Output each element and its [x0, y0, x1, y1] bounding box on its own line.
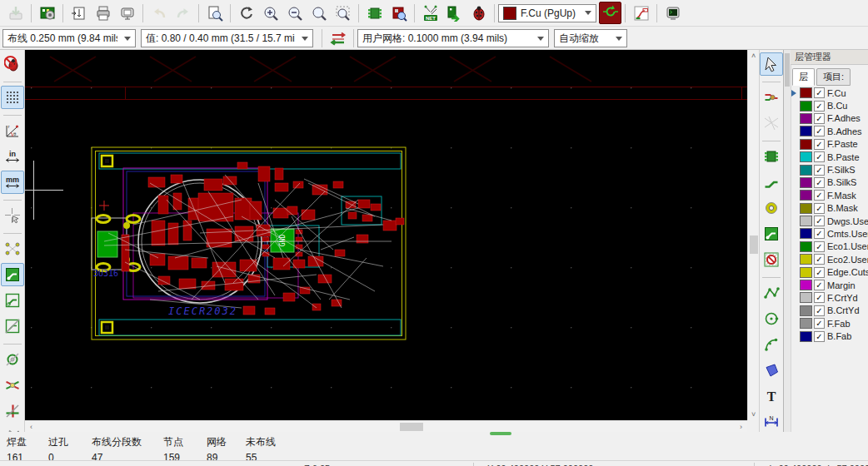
find-button[interactable] — [202, 1, 227, 25]
add-circle-button[interactable] — [760, 307, 783, 330]
pcb-canvas[interactable]: GND — [25, 50, 747, 420]
show-zones-outline-button[interactable] — [1, 289, 24, 312]
layer-color-swatch[interactable] — [800, 151, 812, 162]
layer-color-swatch[interactable] — [800, 254, 812, 265]
scroll-up-arrow[interactable]: ˄ — [751, 51, 756, 61]
plot-button[interactable] — [115, 1, 139, 25]
user-grid-select[interactable]: 用户网格: 0.1000 mm (3.94 mils) — [357, 29, 549, 47]
layer-color-swatch[interactable] — [800, 203, 812, 214]
units-inches-button[interactable]: in — [1, 145, 24, 168]
layer-row-Edge.Cuts[interactable]: ✓Edge.Cuts — [791, 265, 868, 278]
layer-visibility-checkbox[interactable]: ✓ — [814, 318, 825, 329]
refresh-view-button[interactable] — [234, 1, 258, 25]
select-tool-button[interactable] — [760, 52, 783, 76]
layer-visibility-checkbox[interactable]: ✓ — [814, 331, 825, 342]
layer-color-swatch[interactable] — [800, 126, 812, 136]
add-dimension-button[interactable]: N — [760, 410, 783, 434]
layer-row-B.Paste[interactable]: ✓B.Paste — [791, 151, 868, 163]
layer-visibility-checkbox[interactable]: ✓ — [814, 151, 825, 162]
page-settings-button[interactable] — [67, 1, 91, 25]
zoom-level-select[interactable]: 自动缩放 — [554, 29, 627, 47]
layer-visibility-checkbox[interactable]: ✓ — [814, 241, 825, 252]
layer-row-F.Adhes[interactable]: ✓F.Adhes — [791, 112, 868, 125]
layer-row-Margin[interactable]: ✓Margin — [791, 279, 868, 291]
layer-visibility-checkbox[interactable]: ✓ — [814, 267, 825, 278]
layer-color-swatch[interactable] — [800, 87, 812, 98]
layer-row-B.Fab[interactable]: ✓B.Fab — [791, 330, 868, 342]
via-size-select[interactable]: 值: 0.80 / 0.40 mm (31.5 / 15.7 mils) * — [141, 29, 313, 47]
add-polygon-button[interactable] — [760, 359, 783, 382]
read-netlist-button[interactable]: NET — [418, 1, 442, 25]
layer-color-swatch[interactable] — [800, 318, 812, 329]
layer-visibility-checkbox[interactable]: ✓ — [814, 292, 825, 303]
zoom-fit-button[interactable] — [307, 1, 331, 25]
layer-row-B.SilkS[interactable]: ✓B.SilkS — [791, 176, 868, 189]
show-ratsnest-button[interactable] — [1, 237, 24, 260]
layer-pair-toggle-button[interactable] — [599, 2, 621, 24]
layer-visibility-checkbox[interactable]: ✓ — [814, 254, 825, 265]
layer-color-swatch[interactable] — [800, 241, 812, 252]
layer-color-swatch[interactable] — [800, 267, 812, 278]
auto-track-width-button[interactable] — [326, 27, 350, 51]
track-width-select[interactable]: 布线 0.250 mm (9.84 mils) * — [2, 29, 136, 47]
layer-row-B.Cu[interactable]: ✓B.Cu — [791, 99, 868, 112]
horizontal-scrollbar[interactable]: ‹ › — [25, 420, 747, 432]
layer-row-F.CrtYd[interactable]: ✓F.CrtYd — [791, 291, 868, 304]
layer-visibility-checkbox[interactable]: ✓ — [814, 126, 825, 136]
layer-visibility-checkbox[interactable]: ✓ — [814, 139, 825, 150]
vertical-scrollbar[interactable]: ˄ ˅ — [747, 50, 759, 420]
vias-sketch-mode-button[interactable] — [1, 374, 24, 397]
active-layer-select[interactable]: F.Cu (PgUp) — [498, 4, 596, 22]
layer-visibility-checkbox[interactable]: ✓ — [814, 190, 825, 201]
spread-footprints-button[interactable] — [442, 1, 466, 25]
tracks-sketch-mode-button[interactable] — [1, 399, 24, 423]
layer-color-swatch[interactable] — [800, 165, 812, 176]
layer-row-B.Mask[interactable]: ✓B.Mask — [791, 202, 868, 215]
layer-visibility-checkbox[interactable]: ✓ — [814, 87, 825, 98]
layer-row-B.CrtYd[interactable]: ✓B.CrtYd — [791, 305, 868, 317]
print-button[interactable] — [91, 1, 115, 25]
zoom-out-button[interactable] — [282, 1, 307, 25]
layers-panel-tab-layers[interactable]: 层 — [792, 68, 815, 86]
scroll-down-arrow[interactable]: ˅ — [751, 409, 756, 419]
layer-row-Eco2.User[interactable]: ✓Eco2.User — [791, 253, 868, 265]
add-keepout-area-button[interactable] — [760, 248, 783, 271]
layer-color-swatch[interactable] — [800, 331, 812, 342]
add-arc-button[interactable] — [760, 333, 783, 356]
board-setup-button[interactable] — [35, 1, 59, 25]
layer-visibility-checkbox[interactable]: ✓ — [814, 228, 825, 239]
layer-color-swatch[interactable] — [800, 177, 812, 188]
add-footprint-button[interactable] — [760, 145, 783, 168]
hide-zones-button[interactable] — [1, 315, 24, 338]
design-rules-check-button[interactable] — [466, 1, 491, 25]
highlight-net-button[interactable] — [760, 86, 783, 109]
cursor-shape-button[interactable] — [1, 204, 24, 227]
layer-visibility-checkbox[interactable]: ✓ — [814, 203, 825, 214]
layer-visibility-checkbox[interactable]: ✓ — [814, 280, 825, 290]
layer-color-swatch[interactable] — [800, 305, 812, 316]
add-graphic-line-button[interactable] — [760, 281, 783, 305]
footprint-browser-button[interactable] — [387, 1, 411, 25]
layer-color-swatch[interactable] — [800, 113, 812, 124]
layer-color-swatch[interactable] — [800, 292, 812, 303]
layer-row-Cmts.User[interactable]: ✓Cmts.User — [791, 227, 868, 240]
scroll-left-arrow[interactable]: ‹ — [30, 422, 32, 432]
local-ratsnest-button[interactable] — [760, 112, 783, 135]
show-zones-filled-button[interactable] — [1, 263, 24, 286]
units-millimeters-button[interactable]: mm — [1, 171, 24, 194]
add-via-button[interactable] — [760, 196, 783, 220]
layer-color-swatch[interactable] — [800, 280, 812, 290]
zoom-in-button[interactable] — [258, 1, 282, 25]
polar-coordinates-button[interactable]: θr — [1, 119, 24, 142]
route-tracks-button[interactable] — [760, 171, 783, 194]
scroll-right-arrow[interactable]: › — [740, 422, 742, 432]
layer-row-F.Paste[interactable]: ✓F.Paste — [791, 138, 868, 151]
layer-visibility-checkbox[interactable]: ✓ — [814, 101, 825, 112]
add-text-button[interactable]: T — [760, 384, 783, 408]
layer-color-swatch[interactable] — [800, 228, 812, 239]
add-filled-zone-button[interactable] — [760, 222, 783, 245]
layer-row-Eco1.User[interactable]: ✓Eco1.User — [791, 240, 868, 253]
python-console-button[interactable] — [661, 1, 685, 25]
toggle-grid-button[interactable] — [1, 86, 24, 109]
hscroll-thumb[interactable] — [400, 423, 423, 431]
